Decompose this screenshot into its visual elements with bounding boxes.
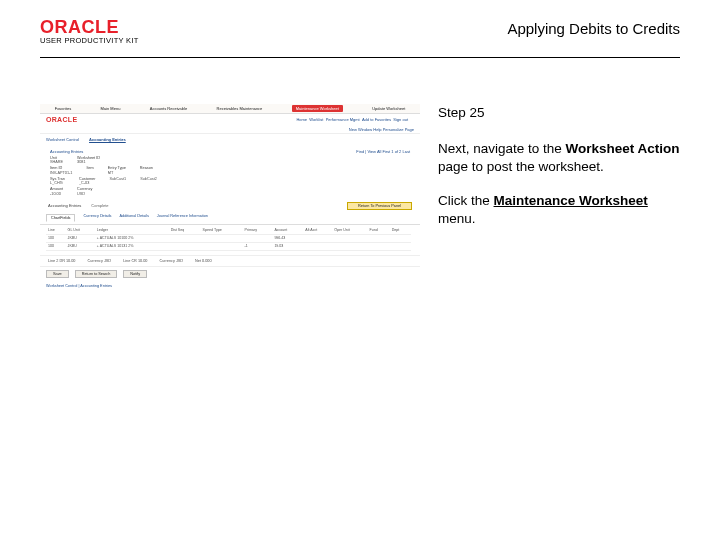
link-signout: Sign out xyxy=(393,117,408,122)
panel-counter: Find | View All First 1 of 2 Last xyxy=(356,149,410,154)
crumb-main-menu: Main Menu xyxy=(101,106,121,111)
header: ORACLE USER PRODUCTIVITY KIT Applying De… xyxy=(0,0,720,53)
mini-oracle-logo: ORACLE xyxy=(46,116,77,123)
link-worklist: Worklist xyxy=(309,117,323,122)
bottom-links: Worksheet Control | Accounting Entries xyxy=(40,281,420,291)
crumb-update-worksheet: Update Worksheet xyxy=(372,106,405,111)
itab-chartfields: ChartFields xyxy=(46,214,75,222)
instruction-pane: Step 25 Next, navigate to the Worksheet … xyxy=(438,104,680,245)
link-home: Home xyxy=(296,117,307,122)
tab-acctg-entries: Accounting Entries xyxy=(89,137,126,142)
btn-save: Save xyxy=(46,270,69,278)
itab-additional: Additional Details xyxy=(120,214,149,222)
brand-logo: ORACLE xyxy=(40,18,139,36)
app-screenshot-thumb: Favorites Main Menu Accounts Receivable … xyxy=(40,104,420,294)
table-row: 100JKBU + ACTUALS 10131 2% -1 19.03 xyxy=(46,242,411,250)
link-perf: Performance Mgmt xyxy=(326,117,360,122)
btn-notify: Notify xyxy=(123,270,147,278)
logo-block: ORACLE USER PRODUCTIVITY KIT xyxy=(40,18,139,45)
crumb-maintenance: Receivables Maintenance xyxy=(217,106,263,111)
entries-table: LineGL Unit LedgerDist Seq Speed TypePri… xyxy=(46,227,411,251)
table-row: 100JKBU + ACTUALS 10100 2% 996.43 xyxy=(46,234,411,242)
itab-journal: Journal Reference Information xyxy=(157,214,208,222)
product-name: USER PRODUCTIVITY KIT xyxy=(40,37,139,45)
crumb-ar: Accounts Receivable xyxy=(150,106,187,111)
action-text: Click the Maintenance Worksheet menu. xyxy=(438,192,680,228)
acctg-label: Accounting Entries xyxy=(48,203,81,208)
link-fav: Add to Favorites xyxy=(362,117,391,122)
acctg-status: Complete xyxy=(91,203,108,208)
btn-return-search: Return to Search xyxy=(75,270,118,278)
step-label: Step 25 xyxy=(438,104,680,122)
return-prev-btn: Return To Previous Panel xyxy=(347,202,412,210)
instruction-text: Next, navigate to the Worksheet Action p… xyxy=(438,140,680,176)
crumb-maint-worksheet: Maintenance Worksheet xyxy=(292,105,343,112)
main: Favorites Main Menu Accounts Receivable … xyxy=(0,58,720,294)
crumb-favorites: Favorites xyxy=(55,106,71,111)
tab-wks-control: Worksheet Control xyxy=(46,137,79,142)
page-title: Applying Debits to Credits xyxy=(507,20,680,37)
itab-currency: Currency Details xyxy=(83,214,111,222)
panel-title: Accounting Entries xyxy=(50,149,83,154)
view-links: New Window Help Personalize Page xyxy=(40,126,420,134)
